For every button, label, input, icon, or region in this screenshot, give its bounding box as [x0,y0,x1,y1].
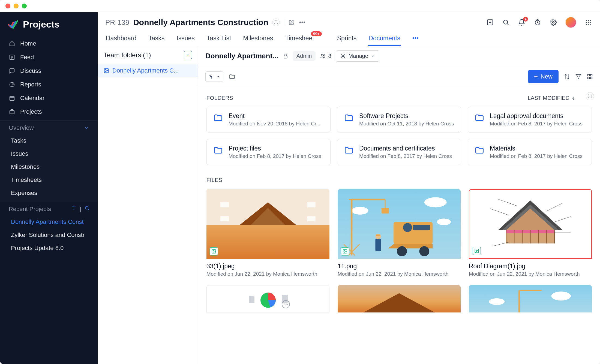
svg-line-99 [490,209,509,215]
overview-timesheets[interactable]: Timesheets [0,173,98,186]
file-card[interactable] [469,285,592,312]
edit-icon[interactable] [288,19,295,26]
sort-icon[interactable] [564,74,570,80]
apps-icon[interactable] [584,18,592,26]
tab-dashboard[interactable]: Dashboard [105,32,137,46]
nav-reports[interactable]: Reports [0,78,98,91]
folder-card[interactable]: Software ProjectsModified on Oct 11, 201… [337,107,461,133]
svg-rect-52 [588,74,589,76]
sidebar: Projects Home Feed Discuss Reports Calen… [0,12,98,364]
image-type-icon [210,247,218,255]
folder-card[interactable]: Legal approval documentsModified on Feb … [468,107,592,133]
window-minimize[interactable] [14,4,19,8]
tab-tasklist[interactable]: Task List [206,32,232,46]
info-circle-icon[interactable]: ⓘ [586,92,594,100]
svg-point-85 [344,250,345,251]
sort-toggle[interactable]: LAST MODIFIED [528,95,575,101]
recent-project-0[interactable]: Donnelly Apartments Const [0,215,98,228]
bell-icon[interactable]: 9 [518,18,526,26]
overview-issues[interactable]: Issues [0,147,98,160]
reports-icon [9,81,15,88]
filter-icon[interactable] [575,74,581,80]
svg-rect-78 [413,225,430,230]
svg-rect-107 [249,296,254,303]
recent-project-1[interactable]: Zylker Solutions and Constr [0,228,98,242]
folder-icon [474,112,485,123]
admin-badge: Admin [293,51,316,61]
svg-marker-51 [576,74,581,79]
app-logo: Projects [0,12,98,35]
svg-line-19 [507,23,508,25]
search-icon[interactable] [85,206,89,213]
new-button[interactable]: +New [528,70,559,83]
folder-card[interactable]: EventModified on Nov 20, 2018 by Helen C… [206,107,331,133]
tabs-more[interactable]: ••• [412,32,419,46]
tab-sprints[interactable]: Sprints [337,32,357,46]
file-name: 33(1).jpeg [206,263,329,270]
svg-line-101 [554,216,571,222]
svg-line-98 [498,199,517,206]
file-card[interactable]: 70% [206,285,329,312]
folder-meta: Modified on Feb 8, 2017 by Helen Cross [359,153,455,159]
svg-marker-43 [372,56,374,57]
folder-card[interactable]: Documents and certificatesModified on Fe… [337,139,461,165]
tab-milestones[interactable]: Milestones [242,32,274,46]
svg-point-29 [590,22,591,23]
svg-text:70%: 70% [283,303,288,306]
folder-card[interactable]: Project filesModified on Feb 8, 2017 by … [206,139,331,165]
filter-icon[interactable] [71,206,76,213]
file-card[interactable]: 33(1).jpegModified on Jun 22, 2021 by Mo… [206,189,329,277]
nav-calendar[interactable]: Calendar [0,91,98,105]
timer-icon[interactable] [533,18,542,26]
recent-project-2[interactable]: Projects Update 8.0 [0,242,98,255]
svg-point-41 [323,55,325,56]
folder-meta: Modified on Feb 8, 2017 by Helen Cross [490,153,586,159]
window-close[interactable] [5,4,10,8]
svg-rect-5 [10,97,14,101]
nav-home[interactable]: Home [0,37,98,50]
grid-view-icon[interactable] [587,74,593,80]
image-type-icon [473,247,481,255]
svg-point-79 [397,246,407,256]
tab-tasks[interactable]: Tasks [148,32,165,46]
folder-view-icon[interactable] [229,73,235,80]
svg-rect-39 [284,56,287,58]
nav-feed[interactable]: Feed [0,50,98,64]
users-count[interactable]: 8 [320,53,331,59]
window-maximize[interactable] [22,4,27,8]
file-card[interactable]: 11.pngModified on Jun 22, 2021 by Monica… [338,189,461,277]
overview-milestones[interactable]: Milestones [0,160,98,173]
folder-icon [474,145,485,156]
feed-icon [9,54,15,61]
tab-badge: 99+ [311,31,322,36]
file-card[interactable]: Roof Diagram(1).jpgModified on Jun 22, 2… [469,189,592,277]
file-card[interactable] [338,285,461,312]
tab-timesheet[interactable]: Timesheet99+ [284,32,315,46]
overview-tasks[interactable]: Tasks [0,134,98,147]
svg-point-113 [489,298,505,305]
team-folder-item[interactable]: Donnelly Apartments C... [98,64,198,77]
info-icon[interactable]: ⓘ [272,19,280,26]
svg-point-23 [553,22,554,23]
user-avatar[interactable] [565,17,577,28]
manage-button[interactable]: Manage [336,50,379,62]
settings-icon[interactable] [549,18,557,26]
team-folders-label: Team folders (1) [104,51,151,59]
nav-discuss[interactable]: Discuss [0,64,98,78]
search-icon[interactable] [502,18,510,26]
more-options[interactable]: ••• [299,19,305,26]
nav-projects[interactable]: Projects [0,105,98,119]
add-folder-button[interactable]: + [184,51,192,59]
svg-point-65 [213,250,214,251]
folder-name: Documents and certificates [359,145,455,152]
svg-point-66 [424,197,447,207]
folder-name: Materials [490,145,586,152]
view-tree-button[interactable] [205,71,223,82]
add-icon[interactable] [486,18,494,26]
svg-rect-54 [588,77,589,79]
tab-documents[interactable]: Documents [368,32,401,46]
tab-issues[interactable]: Issues [176,32,195,46]
folder-card[interactable]: MaterialsModified on Feb 8, 2017 by Hele… [468,139,592,165]
overview-section-header[interactable]: Overview [0,121,98,134]
overview-expenses[interactable]: Expenses [0,186,98,200]
